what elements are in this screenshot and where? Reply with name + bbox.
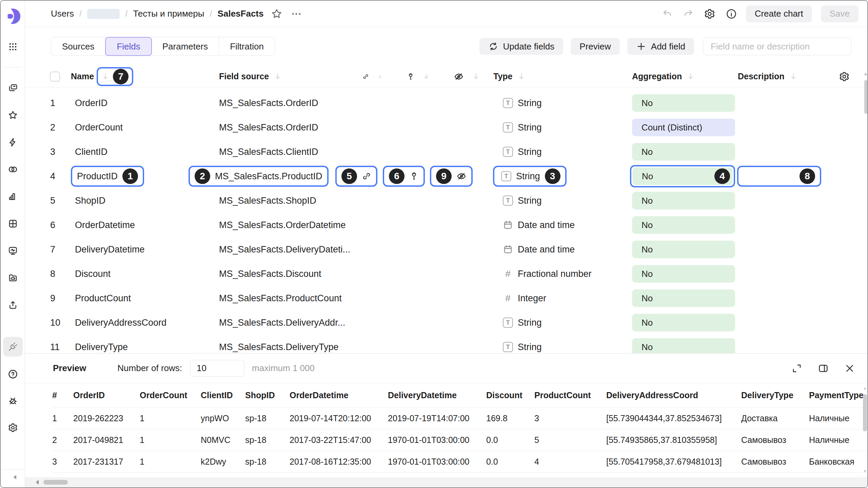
col-header-aggregation[interactable]: Aggregation [632,72,682,81]
flash-icon[interactable] [3,133,23,152]
field-description[interactable] [736,188,825,213]
preview-close-icon[interactable] [844,363,855,374]
field-search-input[interactable] [703,38,851,55]
col-header-type[interactable]: Type [493,72,513,81]
monitoring-icon[interactable] [3,241,23,261]
create-chart-button[interactable]: Create chart [746,5,812,22]
connections-plug-icon[interactable] [3,337,23,357]
aggregation-pill[interactable]: Count (Distinct) [632,119,735,136]
sort-arrow-icon[interactable] [789,73,797,81]
sort-arrow-icon[interactable] [517,73,526,81]
field-type-label[interactable]: String [518,147,542,157]
aggregation-pill[interactable]: No [632,216,735,234]
field-source[interactable]: MS_SalesFacts.DeliveryType [189,335,332,353]
sort-arrow-icon[interactable] [377,73,383,81]
field-name[interactable]: ShopID [71,188,189,213]
tab-sources[interactable]: Sources [51,37,105,56]
breadcrumb-users[interactable]: Users [51,8,74,19]
field-source[interactable]: MS_SalesFacts.ShopID [189,188,332,213]
key-column-icon[interactable] [407,72,415,81]
field-description[interactable] [736,140,825,164]
preview-expand-icon[interactable] [791,363,802,374]
aggregation-pill[interactable]: No [632,289,735,307]
favorite-star-icon[interactable] [271,8,282,20]
update-fields-button[interactable]: Update fields [479,38,564,55]
field-type-label[interactable]: String [518,318,542,328]
field-description[interactable] [736,310,825,335]
aggregation-pill[interactable]: No [632,314,735,331]
preview-split-panel-icon[interactable] [818,363,829,374]
cloud-folder-icon[interactable] [3,268,23,288]
breadcrumb-folder[interactable]: Тесты и примеры [133,8,204,19]
rows-count-input[interactable] [190,360,244,377]
field-source[interactable]: MS_SalesFacts.ClientID [189,140,332,164]
preview-toggle-button[interactable]: Preview [571,38,619,55]
field-source[interactable]: MS_SalesFacts.ProductID [215,171,322,182]
field-description[interactable] [736,335,825,353]
dataset-settings-gear-icon[interactable] [704,8,715,20]
aggregation-pill[interactable]: No [632,265,735,283]
field-source[interactable]: MS_SalesFacts.OrderID [189,115,332,140]
tab-filtration[interactable]: Filtration [219,37,275,56]
redo-icon[interactable] [683,8,694,19]
datalens-logo-icon[interactable] [4,7,22,25]
breadcrumb-redacted[interactable] [87,9,120,19]
scroll-down-arrow-icon[interactable] [863,470,867,473]
aggregation-pill[interactable]: No [632,143,735,161]
sort-arrow-icon[interactable] [687,73,695,81]
field-name[interactable]: ProductID [77,171,118,182]
scroll-up-arrow-icon[interactable] [863,387,867,390]
field-type-label[interactable]: Date and time [518,220,575,230]
link-column-icon[interactable] [362,72,369,81]
field-type-label[interactable]: String [518,98,542,108]
field-name[interactable]: ProductCount [71,286,189,310]
col-header-description[interactable]: Description [738,72,785,81]
field-source[interactable]: MS_SalesFacts.Discount [189,262,332,286]
columns-settings-gear-icon[interactable] [839,71,850,82]
settings-gear-icon[interactable] [3,418,23,438]
more-options-icon[interactable] [291,8,302,20]
preview-horizontal-scrollbar[interactable] [25,477,868,487]
aggregation-pill[interactable]: No [632,94,735,112]
scrollbar-thumb[interactable] [43,480,68,485]
field-name[interactable]: OrderDatetime [71,213,189,237]
fields-vertical-scrollbar[interactable] [864,80,868,114]
aggregation-pill[interactable]: No [632,192,735,209]
field-type-label[interactable]: String [518,122,542,133]
field-type-label[interactable]: Fractional number [518,269,592,279]
field-type-label[interactable]: Integer [518,293,546,304]
select-all-checkbox[interactable] [50,72,60,82]
tab-parameters[interactable]: Parameters [152,37,219,56]
aggregation-pill[interactable]: No [632,338,735,353]
sort-arrow-icon[interactable] [101,73,110,81]
favorites-star-icon[interactable] [3,105,23,125]
info-icon[interactable] [726,8,737,20]
field-type-label[interactable]: Date and time [518,244,575,255]
bug-icon[interactable] [3,391,23,411]
sort-arrow-icon[interactable] [274,73,282,81]
aggregation-pill[interactable]: No [632,241,735,258]
field-description[interactable] [736,286,825,310]
field-description[interactable] [736,91,825,115]
field-description[interactable] [736,115,825,140]
sort-arrow-icon[interactable] [423,73,430,81]
scrollbar-thumb[interactable] [863,394,867,431]
eye-off-column-icon[interactable] [454,72,464,82]
aggregation-pill[interactable]: No4 [632,167,733,185]
link-icon[interactable] [362,171,371,181]
upload-icon[interactable] [3,295,23,315]
col-header-source[interactable]: Field source [219,72,269,81]
scroll-left-arrow-icon[interactable] [35,479,40,485]
field-type-label[interactable]: String [518,196,542,206]
apps-grid-icon[interactable] [3,37,23,57]
tab-fields[interactable]: Fields [105,37,152,56]
field-source[interactable]: MS_SalesFacts.DeliveryDateti... [189,237,332,262]
field-type-label[interactable]: String [516,171,540,182]
col-header-name[interactable]: Name [71,72,94,81]
field-source[interactable]: MS_SalesFacts.DeliveryAddr... [189,310,332,335]
field-name[interactable]: OrderCount [71,115,189,140]
field-description[interactable] [736,262,825,286]
linked-circles-icon[interactable] [3,160,23,179]
field-name[interactable]: OrderID [71,91,189,115]
sort-arrow-icon[interactable] [472,73,480,81]
